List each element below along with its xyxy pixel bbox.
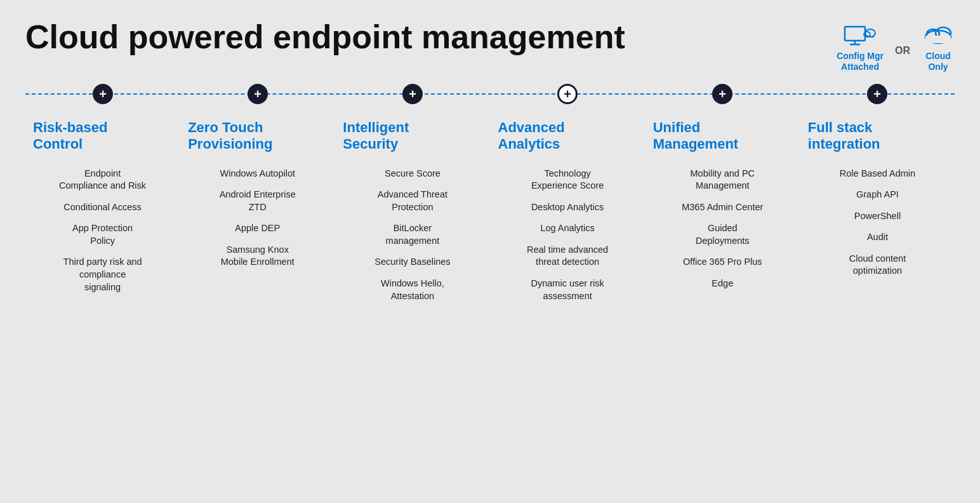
col-item-zero-touch-0: Windows Autopilot [188, 168, 327, 180]
timeline-node-3: + [402, 84, 423, 104]
col-intelligent-security: IntelligentSecuritySecure ScoreAdvanced … [334, 119, 489, 303]
col-item-risk-based-control-1: Conditional Access [33, 201, 172, 214]
col-item-advanced-analytics-4: Dynamic user riskassessment [498, 278, 637, 302]
col-item-full-stack-2: PowerShell [808, 210, 947, 223]
col-item-intelligent-security-2: BitLockermanagement [343, 222, 482, 247]
col-item-advanced-analytics-0: TechnologyExperience Score [498, 168, 637, 192]
cloud-only-badge: CloudOnly [922, 23, 955, 72]
col-item-intelligent-security-4: Windows Hello,Attestation [343, 278, 482, 302]
col-item-full-stack-0: Role Based Admin [808, 168, 947, 180]
col-item-advanced-analytics-1: Desktop Analytics [498, 201, 637, 214]
col-item-full-stack-1: Graph API [808, 189, 947, 201]
config-mgr-badge: Config MgrAttached [837, 23, 884, 72]
top-right-badges: Config MgrAttached OR CloudOnly [837, 23, 955, 72]
col-item-risk-based-control-2: App ProtectionPolicy [33, 222, 172, 247]
col-item-zero-touch-2: Apple DEP [188, 222, 327, 235]
col-item-intelligent-security-0: Secure Score [343, 168, 482, 180]
timeline-node-1: + [93, 84, 113, 104]
col-unified-management: UnifiedManagementMobility and PCManageme… [645, 119, 800, 303]
col-title-intelligent-security: IntelligentSecurity [343, 119, 482, 156]
col-items-unified-management: Mobility and PCManagementM365 Admin Cent… [653, 168, 792, 290]
svg-rect-9 [925, 36, 951, 43]
col-items-zero-touch: Windows AutopilotAndroid EnterpriseZTDAp… [188, 168, 327, 269]
config-mgr-label: Config MgrAttached [837, 51, 884, 72]
cloud-only-label: CloudOnly [925, 51, 951, 72]
columns-container: Risk-basedControlEndpointCompliance and … [25, 119, 955, 303]
col-item-unified-management-1: M365 Admin Center [653, 201, 792, 214]
col-items-risk-based-control: EndpointCompliance and RiskConditional A… [33, 168, 172, 294]
col-item-full-stack-3: Audit [808, 231, 947, 244]
col-item-zero-touch-3: Samsung KnoxMobile Enrollment [188, 244, 327, 269]
col-item-unified-management-4: Edge [653, 278, 792, 290]
col-title-full-stack: Full stackintegration [808, 119, 947, 156]
col-item-risk-based-control-0: EndpointCompliance and Risk [33, 168, 172, 192]
timeline-node-2: + [248, 84, 268, 104]
col-item-zero-touch-1: Android EnterpriseZTD [188, 189, 327, 213]
page-title: Cloud powered endpoint management [25, 19, 625, 55]
page: Cloud powered endpoint management Config… [0, 0, 980, 503]
col-title-zero-touch: Zero TouchProvisioning [188, 119, 327, 156]
col-item-unified-management-2: GuidedDeployments [653, 222, 792, 247]
col-item-advanced-analytics-2: Log Analytics [498, 222, 637, 235]
or-label: OR [895, 45, 910, 57]
timeline-node-4: + [557, 84, 578, 104]
cloud-icon [922, 23, 955, 46]
col-item-unified-management-3: Office 365 Pro Plus [653, 256, 792, 269]
timeline-node-5: + [712, 84, 732, 104]
col-item-intelligent-security-1: Advanced ThreatProtection [343, 189, 482, 213]
col-item-unified-management-0: Mobility and PCManagement [653, 168, 792, 192]
col-item-full-stack-4: Cloud contentoptimization [808, 253, 947, 278]
col-item-risk-based-control-3: Third party risk andcompliancesignaling [33, 256, 172, 293]
col-zero-touch: Zero TouchProvisioningWindows AutopilotA… [180, 119, 334, 303]
col-risk-based-control: Risk-basedControlEndpointCompliance and … [25, 119, 180, 303]
col-item-advanced-analytics-3: Real time advancedthreat detection [498, 244, 637, 269]
col-items-full-stack: Role Based AdminGraph APIPowerShellAudit… [808, 168, 947, 278]
col-title-unified-management: UnifiedManagement [653, 119, 792, 156]
header-row: Cloud powered endpoint management Config… [25, 19, 955, 72]
svg-rect-0 [845, 27, 865, 41]
timeline: + + + + + + [25, 84, 955, 104]
col-title-advanced-analytics: AdvancedAnalytics [498, 119, 637, 156]
col-title-risk-based-control: Risk-basedControl [33, 119, 172, 156]
desktop-cloud-icon [844, 23, 877, 46]
col-advanced-analytics: AdvancedAnalyticsTechnologyExperience Sc… [490, 119, 645, 303]
col-item-intelligent-security-3: Security Baselines [343, 256, 482, 269]
col-items-intelligent-security: Secure ScoreAdvanced ThreatProtectionBit… [343, 168, 482, 303]
col-full-stack: Full stackintegrationRole Based AdminGra… [800, 119, 955, 303]
col-items-advanced-analytics: TechnologyExperience ScoreDesktop Analyt… [498, 168, 637, 303]
timeline-node-6: + [867, 84, 887, 104]
timeline-nodes: + + + + + + [25, 84, 955, 104]
